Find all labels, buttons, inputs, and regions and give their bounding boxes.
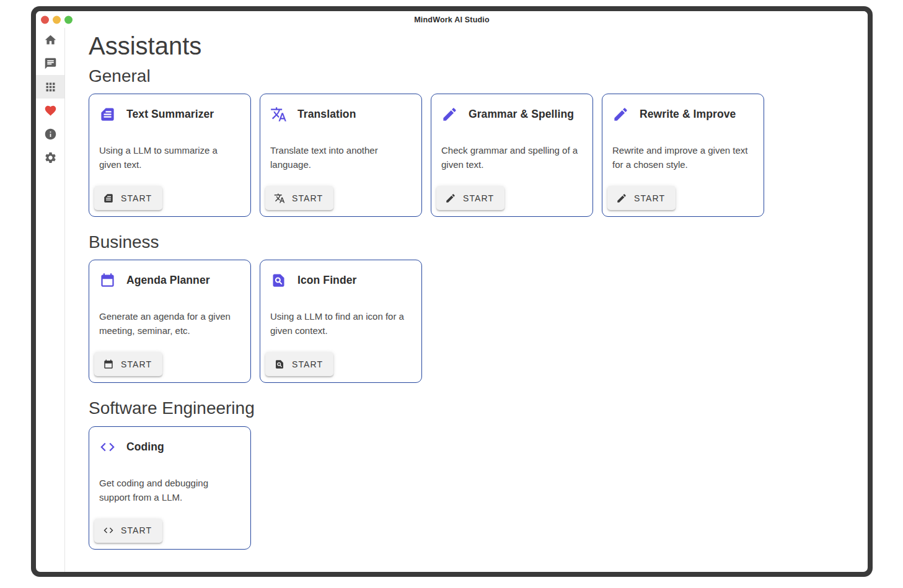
- assistant-card[interactable]: Icon FinderUsing a LLM to find an icon f…: [260, 260, 422, 383]
- window-content: MindWork AI Studio Assistants GeneralTex…: [36, 11, 868, 572]
- card-description: Rewrite and improve a given text for a c…: [612, 143, 754, 172]
- section-business: BusinessAgenda PlannerGenerate an agenda…: [89, 232, 855, 383]
- sections-container: GeneralText SummarizerUsing a LLM to sum…: [89, 66, 855, 550]
- sidebar-item-favorites[interactable]: [36, 99, 64, 122]
- summarize-icon: [103, 193, 114, 204]
- start-button[interactable]: START: [436, 186, 504, 210]
- app-window: MindWork AI Studio Assistants GeneralTex…: [31, 6, 873, 577]
- close-window-button[interactable]: [41, 15, 49, 24]
- assistant-card[interactable]: Text SummarizerUsing a LLM to summarize …: [89, 94, 251, 217]
- card-header: Rewrite & Improve: [612, 106, 754, 123]
- maximize-window-button[interactable]: [64, 15, 73, 24]
- heart-icon: [44, 104, 57, 117]
- translate-icon: [274, 193, 285, 204]
- assistant-card[interactable]: Rewrite & ImproveRewrite and improve a g…: [602, 94, 764, 217]
- start-button-label: START: [463, 193, 494, 203]
- card-title: Translation: [297, 108, 356, 121]
- start-button[interactable]: START: [94, 352, 162, 376]
- sidebar-item-about[interactable]: [36, 122, 64, 146]
- sidebar: [36, 28, 65, 572]
- gear-icon: [44, 151, 57, 164]
- start-button[interactable]: START: [265, 352, 333, 376]
- card-row: Agenda PlannerGenerate an agenda for a g…: [89, 260, 855, 383]
- section-heading: Software Engineering: [89, 398, 855, 418]
- start-button-label: START: [292, 359, 323, 369]
- titlebar: MindWork AI Studio: [36, 11, 868, 28]
- translate-icon: [270, 106, 287, 123]
- assistant-card[interactable]: Agenda PlannerGenerate an agenda for a g…: [89, 260, 251, 383]
- window-body: Assistants GeneralText SummarizerUsing a…: [36, 28, 868, 572]
- info-icon: [44, 128, 57, 141]
- pencil-icon: [441, 106, 458, 123]
- icon-search-icon: [270, 272, 287, 289]
- icon-search-icon: [274, 359, 285, 370]
- assistant-card[interactable]: TranslationTranslate text into another l…: [260, 94, 422, 217]
- main-content: Assistants GeneralText SummarizerUsing a…: [65, 28, 868, 572]
- sidebar-item-home[interactable]: [36, 28, 64, 51]
- start-button[interactable]: START: [265, 186, 333, 210]
- card-header: Translation: [270, 106, 412, 123]
- assistant-card[interactable]: Grammar & SpellingCheck grammar and spel…: [431, 94, 593, 217]
- start-button[interactable]: START: [607, 186, 676, 210]
- start-button[interactable]: START: [94, 519, 162, 543]
- window-title: MindWork AI Studio: [414, 15, 490, 24]
- sidebar-item-chats[interactable]: [36, 51, 64, 75]
- calendar-icon: [99, 272, 116, 289]
- start-button-label: START: [121, 193, 152, 203]
- card-header: Text Summarizer: [99, 106, 240, 123]
- card-header: Grammar & Spelling: [441, 106, 583, 123]
- page-title: Assistants: [89, 32, 855, 60]
- card-description: Using a LLM to summarize a given text.: [99, 143, 240, 172]
- home-icon: [44, 33, 57, 46]
- summarize-icon: [99, 106, 116, 123]
- pencil-icon: [612, 106, 629, 123]
- card-row: Text SummarizerUsing a LLM to summarize …: [89, 94, 855, 217]
- section-software-engineering: Software EngineeringCodingGet coding and…: [89, 398, 855, 549]
- apps-grid-icon: [44, 81, 57, 94]
- calendar-icon: [103, 359, 114, 370]
- start-button-label: START: [121, 359, 152, 369]
- card-description: Check grammar and spelling of a given te…: [441, 143, 583, 172]
- sidebar-item-settings[interactable]: [36, 146, 64, 169]
- card-header: Agenda Planner: [99, 272, 240, 289]
- card-title: Coding: [126, 441, 164, 454]
- assistant-card[interactable]: CodingGet coding and debugging support f…: [89, 426, 251, 550]
- section-heading: Business: [89, 232, 855, 252]
- start-button-label: START: [292, 193, 323, 203]
- card-title: Rewrite & Improve: [640, 108, 736, 121]
- card-row: CodingGet coding and debugging support f…: [89, 426, 855, 550]
- pencil-icon: [616, 193, 627, 204]
- sidebar-item-assistants[interactable]: [36, 75, 64, 99]
- section-general: GeneralText SummarizerUsing a LLM to sum…: [89, 66, 855, 217]
- card-header: Icon Finder: [270, 272, 412, 289]
- start-button[interactable]: START: [94, 186, 162, 210]
- card-title: Icon Finder: [297, 274, 356, 287]
- card-description: Translate text into another language.: [270, 143, 412, 172]
- card-description: Generate an agenda for a given meeting, …: [99, 309, 240, 338]
- card-title: Grammar & Spelling: [469, 108, 574, 121]
- code-icon: [99, 439, 116, 455]
- card-description: Get coding and debugging support from a …: [99, 476, 240, 504]
- minimize-window-button[interactable]: [53, 15, 61, 24]
- start-button-label: START: [634, 193, 665, 203]
- start-button-label: START: [121, 525, 152, 535]
- pencil-icon: [445, 193, 456, 204]
- traffic-lights: [41, 15, 73, 24]
- code-icon: [103, 525, 114, 536]
- card-description: Using a LLM to find an icon for a given …: [270, 309, 412, 338]
- card-title: Text Summarizer: [126, 108, 214, 121]
- chat-icon: [44, 57, 57, 70]
- card-title: Agenda Planner: [126, 274, 210, 287]
- card-header: Coding: [99, 439, 240, 455]
- section-heading: General: [89, 66, 855, 86]
